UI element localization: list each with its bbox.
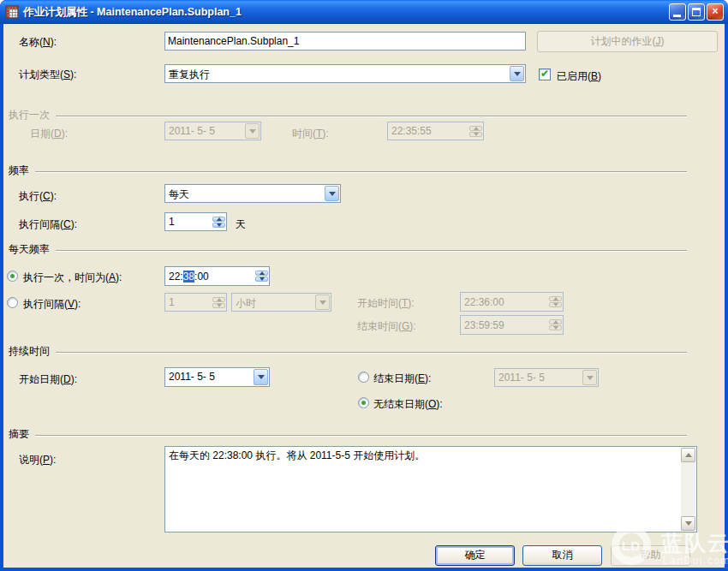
check-icon: ✔ [540,68,549,80]
spin-up-icon [549,319,562,324]
spin-up-icon [469,126,482,131]
description-label: 说明(P): [19,453,56,467]
close-icon: × [707,5,723,17]
occurs-select[interactable]: 每天 [164,184,341,203]
section-one-time: 执行一次 [9,108,687,122]
recurs-every-input[interactable]: 1 [164,212,227,231]
spin-up-icon [212,297,225,302]
section-frequency: 频率 [9,164,687,178]
enabled-checkbox[interactable]: ✔ [539,68,551,80]
occurs-once-time-input[interactable]: 22:38:00 [164,266,270,286]
start-date-select[interactable]: 2011- 5- 5 [164,367,270,387]
spin-down-icon [212,303,225,308]
close-button[interactable]: × [707,3,724,21]
name-input-field[interactable] [165,35,525,47]
ending-at-input: 23:59:59 [460,315,564,335]
spinner-buttons[interactable] [255,271,268,282]
help-button: 帮助 [611,545,690,566]
window-title: 作业计划属性 - MaintenancePlan.Subplan_1 [23,5,242,20]
spin-up-icon [549,296,562,301]
dialog-window: 作业计划属性 - MaintenancePlan.Subplan_1 × 名称(… [0,0,728,571]
spinner-buttons [469,126,482,137]
spin-down-icon [549,302,562,307]
occurs-every-unit-select: 小时 [231,293,331,312]
schedule-type-label: 计划类型(S): [19,68,76,82]
spinner-buttons [212,297,225,308]
one-time-date-label: 日期(D): [30,127,68,141]
end-date-label: 结束日期(E): [373,372,431,386]
name-label: 名称(N): [19,35,57,50]
spinner-buttons[interactable] [212,217,225,228]
occurs-every-label: 执行间隔(V): [23,297,81,312]
spin-up-icon [212,217,225,222]
minimize-icon [673,15,681,17]
separator-line [56,250,687,252]
one-time-time-input: 22:35:55 [387,122,484,140]
section-title: 执行一次 [9,108,50,122]
description-textarea[interactable]: 在每天的 22:38:00 执行。将从 2011-5-5 开始使用计划。 [164,446,697,532]
one-time-time-label: 时间(T): [292,127,329,141]
jobs-in-schedule-button: 计划中的作业(J) [537,31,718,52]
scroll-up-icon[interactable] [681,448,695,462]
section-title: 每天频率 [9,242,50,257]
chevron-down-icon [582,370,597,385]
spin-up-icon [255,271,268,276]
name-input[interactable] [164,32,526,51]
starting-at-label: 开始时间(T): [357,296,415,311]
selected-text: 38 [183,271,194,283]
maximize-button[interactable] [688,3,705,21]
separator-line [35,171,687,173]
section-title: 摘要 [9,427,29,442]
title-bar[interactable]: 作业计划属性 - MaintenancePlan.Subplan_1 × [0,0,728,24]
separator-line [35,435,687,437]
chevron-down-icon [245,123,260,139]
schedule-type-select[interactable]: 重复执行 [164,64,526,83]
chevron-down-icon[interactable] [510,66,524,81]
occurs-once-label: 执行一次，时间为(A): [23,271,122,285]
section-summary: 摘要 [9,427,687,442]
starting-at-input: 22:36:00 [460,292,564,312]
maximize-icon [692,8,701,16]
occurs-every-radio[interactable] [7,297,18,308]
vertical-scrollbar[interactable] [681,448,695,531]
one-time-date-select: 2011- 5- 5 [164,122,261,140]
end-date-radio[interactable] [358,372,369,383]
spin-down-icon [255,277,268,282]
scroll-down-icon[interactable] [681,516,695,531]
schedule-grid-icon [5,5,19,19]
ok-button[interactable]: 确定 [435,545,515,566]
occurs-once-radio[interactable] [7,271,18,282]
spin-down-icon [212,223,225,228]
end-date-select: 2011- 5- 5 [494,368,599,387]
spin-down-icon [469,132,482,137]
no-end-date-label: 无结束日期(O): [373,397,443,412]
spinner-buttons [549,319,562,330]
occurs-label: 执行(C): [19,189,57,204]
separator-line [56,352,687,354]
section-title: 频率 [9,164,29,178]
enabled-label: 已启用(B) [557,69,601,84]
spinner-buttons [549,296,562,307]
separator-line [56,116,687,117]
section-daily-frequency: 每天频率 [9,242,687,257]
cancel-button[interactable]: 取消 [522,545,602,566]
section-title: 持续时间 [9,344,50,359]
spin-down-icon [549,325,562,330]
recurs-every-label: 执行间隔(C): [19,217,77,232]
start-date-label: 开始日期(D): [19,372,77,387]
chevron-down-icon[interactable] [254,369,268,385]
section-duration: 持续时间 [9,344,687,359]
chevron-down-icon[interactable] [325,186,339,201]
occurs-every-input: 1 [164,293,227,312]
ending-at-label: 结束时间(G): [357,319,416,334]
chevron-down-icon [315,294,330,310]
minimize-button[interactable] [669,3,686,21]
recurs-unit-label: 天 [236,217,246,232]
no-end-date-radio[interactable] [358,397,369,408]
